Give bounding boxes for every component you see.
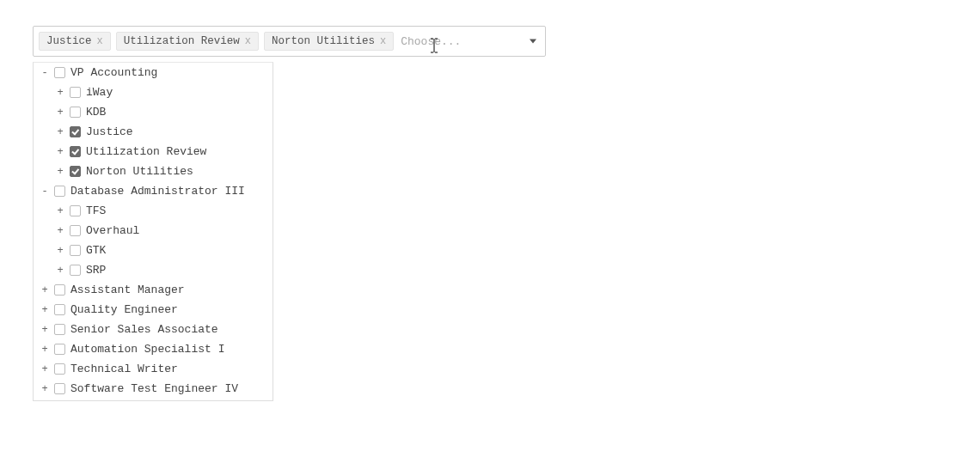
tree-label: Database Administrator III <box>70 185 245 198</box>
tree-checkbox[interactable] <box>70 166 81 177</box>
expand-icon[interactable]: + <box>56 146 64 158</box>
expand-icon[interactable]: + <box>40 363 49 375</box>
tree-checkbox[interactable] <box>70 225 81 236</box>
expand-icon[interactable]: + <box>40 324 49 336</box>
tree-checkbox[interactable] <box>70 107 81 118</box>
expand-icon[interactable]: + <box>56 225 64 237</box>
tree-label: iWay <box>86 86 113 99</box>
tree-checkbox[interactable] <box>70 87 81 98</box>
tree-checkbox[interactable] <box>54 186 65 197</box>
tree-checkbox[interactable] <box>54 344 65 355</box>
tag-remove-icon[interactable]: x <box>245 36 251 46</box>
expand-icon[interactable]: + <box>40 284 49 296</box>
tree-label: Quality Engineer <box>70 303 178 316</box>
expand-icon[interactable]: + <box>56 87 64 99</box>
tree-label: TFS <box>86 204 106 217</box>
tree-label: Senior Sales Associate <box>70 323 218 336</box>
tree-checkbox[interactable] <box>54 324 65 335</box>
tree-row[interactable]: +Software Test Engineer IV <box>34 379 273 399</box>
tree-label: SRP <box>86 264 106 277</box>
tag-label: Norton Utilities <box>272 35 375 47</box>
tree-checkbox[interactable] <box>70 146 81 157</box>
tree-row[interactable]: +TFS <box>34 201 273 221</box>
tree-row[interactable]: +iWay <box>34 82 273 102</box>
tree-checkbox[interactable] <box>54 383 65 394</box>
tree-label: Norton Utilities <box>86 165 193 178</box>
selected-tag[interactable]: Norton Utilities x <box>264 32 394 51</box>
tree-checkbox[interactable] <box>70 126 81 137</box>
tree-row[interactable]: -Database Administrator III <box>34 181 273 201</box>
tag-remove-icon[interactable]: x <box>380 36 386 46</box>
tree-label: Utilization Review <box>86 145 206 158</box>
tree-row[interactable]: +SRP <box>34 260 273 280</box>
expand-icon[interactable]: + <box>40 344 49 356</box>
tree-checkbox[interactable] <box>70 205 81 216</box>
tree-row[interactable]: +GTK <box>34 241 273 260</box>
expand-icon[interactable]: + <box>56 245 64 257</box>
dropdown-tree[interactable]: -VP Accounting+iWay+KDB+Justice+Utilizat… <box>33 62 273 401</box>
collapse-icon[interactable]: - <box>40 67 49 79</box>
multiselect-input[interactable]: Justice x Utilization Review x Norton Ut… <box>33 26 546 57</box>
tree-row[interactable]: -VP Accounting <box>34 63 273 82</box>
tree-row[interactable]: +Overhaul <box>34 221 273 241</box>
tree-checkbox[interactable] <box>54 284 65 296</box>
tree-checkbox[interactable] <box>70 245 81 256</box>
tag-remove-icon[interactable]: x <box>97 36 103 46</box>
tree-row[interactable]: +Technical Writer <box>34 359 273 379</box>
tree-label: Assistant Manager <box>70 283 185 296</box>
dropdown-caret-icon[interactable] <box>530 40 536 44</box>
expand-icon[interactable]: + <box>56 107 64 119</box>
tree-label: Software Test Engineer IV <box>70 382 238 395</box>
tree-row[interactable]: +Justice <box>34 122 273 142</box>
tree-row[interactable]: +Norton Utilities <box>34 162 273 181</box>
tree-checkbox[interactable] <box>54 304 65 315</box>
tree-label: VP Accounting <box>70 66 157 79</box>
tree-label: Overhaul <box>86 224 139 237</box>
expand-icon[interactable]: + <box>40 383 49 395</box>
collapse-icon[interactable]: - <box>40 186 49 198</box>
tree-checkbox[interactable] <box>54 363 65 375</box>
tree-label: Automation Specialist I <box>70 343 224 356</box>
tree-row[interactable]: +Utilization Review <box>34 142 273 162</box>
tree-label: Technical Writer <box>70 363 178 375</box>
tree-checkbox[interactable] <box>70 265 81 276</box>
tree-row[interactable]: +Quality Engineer <box>34 300 273 320</box>
expand-icon[interactable]: + <box>56 265 64 277</box>
selected-tag[interactable]: Justice x <box>39 32 111 51</box>
tree-label: Justice <box>86 125 133 138</box>
expand-icon[interactable]: + <box>56 166 64 178</box>
tree-label: GTK <box>86 244 106 257</box>
selected-tag[interactable]: Utilization Review x <box>116 32 259 51</box>
expand-icon[interactable]: + <box>56 126 64 138</box>
tree-checkbox[interactable] <box>54 67 65 78</box>
expand-icon[interactable]: + <box>56 205 64 217</box>
tree-label: KDB <box>86 106 106 119</box>
tag-label: Utilization Review <box>124 35 240 47</box>
tree-row[interactable]: +Automation Specialist I <box>34 339 273 359</box>
tree-row[interactable]: +KDB <box>34 102 273 122</box>
tree-row[interactable]: +Senior Sales Associate <box>34 320 273 339</box>
tag-label: Justice <box>46 35 92 47</box>
tree-row[interactable]: +Assistant Manager <box>34 280 273 300</box>
expand-icon[interactable]: + <box>40 304 49 316</box>
multiselect-text-input[interactable] <box>399 33 519 51</box>
